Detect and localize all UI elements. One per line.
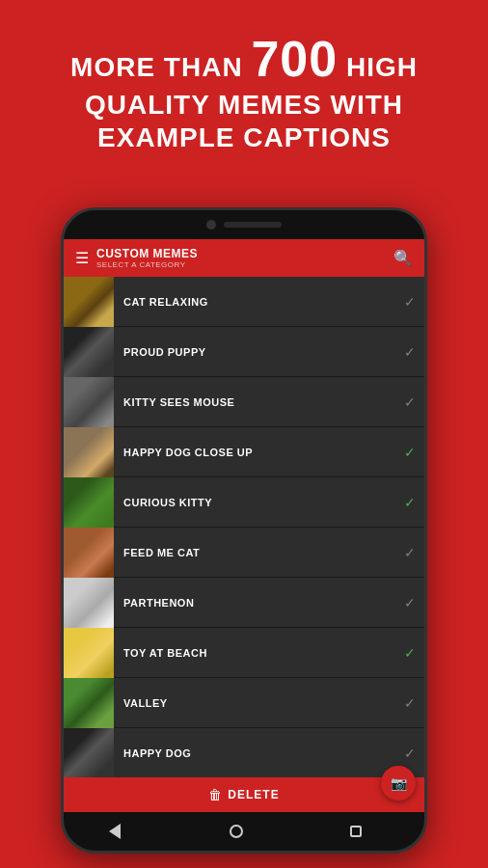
recents-button[interactable] xyxy=(350,826,379,837)
header-title: CUSTOM MEMES xyxy=(96,247,198,260)
item-label: CURIOUS KITTY xyxy=(114,497,395,508)
top-text: MORE THAN 700 HIGH QUALITY MEMES WITH EX… xyxy=(29,29,459,154)
item-check: ✓ xyxy=(395,545,424,560)
item-check: ✓ xyxy=(395,445,424,460)
item-thumbnail xyxy=(64,277,114,327)
item-thumbnail xyxy=(64,678,114,728)
home-button[interactable] xyxy=(230,825,258,838)
phone-body: ☰ CUSTOM MEMES SELECT A CATEGORY 🔍 CAT R… xyxy=(61,207,427,854)
app-screen: ☰ CUSTOM MEMES SELECT A CATEGORY 🔍 CAT R… xyxy=(64,239,424,812)
hamburger-icon[interactable]: ☰ xyxy=(75,249,89,267)
item-thumbnail xyxy=(64,728,114,778)
list-item[interactable]: FEED ME CAT✓ xyxy=(64,528,424,578)
camera-icon: 📷 xyxy=(391,775,407,791)
header-line1: MORE THAN xyxy=(70,52,251,82)
item-check: ✓ xyxy=(395,695,424,711)
item-label: HAPPY DOG xyxy=(114,747,395,759)
item-thumbnail xyxy=(64,377,114,427)
item-check: ✓ xyxy=(395,394,424,410)
delete-bar[interactable]: 🗑 DELETE xyxy=(64,777,424,812)
item-check: ✓ xyxy=(395,344,424,360)
delete-icon: 🗑 xyxy=(208,787,222,802)
list-item[interactable]: CURIOUS KITTY✓ xyxy=(64,477,424,528)
item-label: CAT RELAXING xyxy=(114,296,395,308)
item-label: PARTHENON xyxy=(114,597,395,609)
header-left: ☰ CUSTOM MEMES SELECT A CATEGORY xyxy=(75,247,198,269)
item-thumbnail xyxy=(64,427,114,477)
header-title-block: CUSTOM MEMES SELECT A CATEGORY xyxy=(96,247,198,269)
item-label: VALLEY xyxy=(114,697,395,709)
item-thumbnail xyxy=(64,327,114,377)
phone-bottom-bar xyxy=(64,812,424,851)
back-button[interactable] xyxy=(109,824,138,839)
item-label: HAPPY DOG CLOSE UP xyxy=(114,447,395,458)
phone-speaker xyxy=(224,222,282,228)
item-check: ✓ xyxy=(395,645,424,661)
item-label: TOY AT BEACH xyxy=(114,647,395,659)
delete-label: DELETE xyxy=(228,788,279,801)
search-icon[interactable]: 🔍 xyxy=(393,249,413,267)
list-item[interactable]: HAPPY DOG CLOSE UP✓ xyxy=(64,427,424,477)
phone-top-bar xyxy=(64,210,424,239)
list-item[interactable]: CAT RELAXING✓ xyxy=(64,277,424,327)
item-thumbnail xyxy=(64,628,114,678)
phone-camera-icon xyxy=(206,220,216,230)
item-label: PROUD PUPPY xyxy=(114,346,395,358)
list-item[interactable]: PARTHENON✓ xyxy=(64,578,424,628)
item-check: ✓ xyxy=(395,495,424,510)
list-item[interactable]: PROUD PUPPY✓ xyxy=(64,327,424,377)
list-item[interactable]: VALLEY✓ xyxy=(64,678,424,728)
list-item[interactable]: HAPPY DOG✓ xyxy=(64,728,424,777)
list-item[interactable]: TOY AT BEACH✓ xyxy=(64,628,424,678)
item-thumbnail xyxy=(64,477,114,528)
item-check: ✓ xyxy=(395,595,424,610)
item-thumbnail xyxy=(64,578,114,628)
item-label: KITTY SEES MOUSE xyxy=(114,396,395,408)
header-number: 700 xyxy=(251,31,338,87)
app-header: ☰ CUSTOM MEMES SELECT A CATEGORY 🔍 xyxy=(64,239,424,277)
item-check: ✓ xyxy=(395,746,424,761)
phone-container: ☰ CUSTOM MEMES SELECT A CATEGORY 🔍 CAT R… xyxy=(61,207,427,854)
item-check: ✓ xyxy=(395,294,424,310)
item-thumbnail xyxy=(64,528,114,578)
list-item[interactable]: KITTY SEES MOUSE✓ xyxy=(64,377,424,427)
fab-button[interactable]: 📷 xyxy=(381,766,416,800)
item-label: FEED ME CAT xyxy=(114,547,395,558)
menu-list[interactable]: CAT RELAXING✓PROUD PUPPY✓KITTY SEES MOUS… xyxy=(64,277,424,777)
header-subtitle: SELECT A CATEGORY xyxy=(96,260,198,269)
